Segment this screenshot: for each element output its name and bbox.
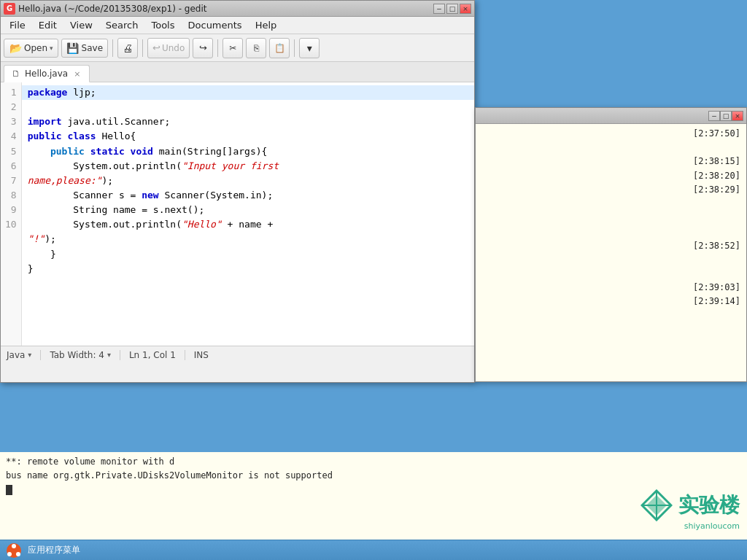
timestamp-1: [2:37:50] bbox=[481, 127, 740, 141]
tab-file-icon: 🗋 bbox=[12, 69, 20, 79]
titlebar: G Hello.java (~/Code/20135308/exp1) - ge… bbox=[1, 1, 474, 17]
tab-close-button[interactable]: × bbox=[72, 69, 82, 79]
watermark: 实验楼 shiyanloucom bbox=[640, 489, 740, 531]
menu-tools[interactable]: Tools bbox=[145, 18, 180, 32]
terminal-minimize[interactable]: − bbox=[708, 111, 720, 121]
toolbar-sep-1 bbox=[112, 39, 113, 57]
ubuntu-icon bbox=[6, 542, 22, 559]
terminal-text-1: **: remote volume monitor with d bbox=[6, 455, 741, 469]
statusbar: Java ▾ Tab Width: 4 ▾ Ln 1, Col 1 INS bbox=[1, 346, 474, 363]
save-icon: 💾 bbox=[66, 42, 80, 55]
toolbar: 📂 Open ▾ 💾 Save 🖨 ↩ Undo ↪ ✂ ⎘ 📋 ▾ bbox=[1, 34, 474, 62]
window-controls: − □ × bbox=[433, 4, 471, 14]
blank-3 bbox=[481, 211, 740, 225]
taskbar-label: 应用程序菜单 bbox=[28, 544, 80, 556]
window-title: Hello.java (~/Code/20135308/exp1) - gedi… bbox=[18, 4, 206, 14]
minimize-button[interactable]: − bbox=[433, 4, 445, 14]
timestamp-7: [2:39:14] bbox=[481, 295, 740, 308]
timestamp-4: [2:38:29] bbox=[481, 183, 740, 197]
language-dropdown[interactable]: ▾ bbox=[28, 351, 31, 359]
mode-section: INS bbox=[194, 350, 209, 360]
terminal-titlebar: − □ × bbox=[476, 108, 746, 124]
svg-point-1 bbox=[12, 544, 16, 548]
tabwidth-section: Tab Width: 4 ▾ bbox=[50, 350, 111, 360]
copy-button[interactable]: ⎘ bbox=[246, 38, 266, 58]
terminal-cursor bbox=[6, 483, 741, 497]
timestamp-2: [2:38:15] bbox=[481, 155, 740, 168]
terminal-body: [2:37:50] [2:38:15] [2:38:20] [2:38:29] … bbox=[476, 124, 746, 381]
terminal-text-2: bus name org.gtk.Private.UDisks2VolumeMo… bbox=[6, 469, 741, 483]
cut-button[interactable]: ✂ bbox=[222, 38, 243, 58]
shiyanloulogo-icon bbox=[640, 489, 673, 521]
menu-file[interactable]: File bbox=[4, 18, 31, 32]
print-button[interactable]: 🖨 bbox=[117, 38, 138, 58]
toolbar-sep-4 bbox=[294, 39, 295, 57]
gedit-window: G Hello.java (~/Code/20135308/exp1) - ge… bbox=[0, 0, 475, 383]
editor-area: 1 2 3 4 5 6 7 8 9 10 package ljp; import… bbox=[1, 82, 474, 346]
language-section: Java ▾ bbox=[7, 350, 31, 360]
blank-1 bbox=[481, 141, 740, 155]
menu-documents[interactable]: Documents bbox=[182, 18, 248, 32]
close-button[interactable]: × bbox=[460, 4, 471, 14]
open-button[interactable]: 📂 Open ▾ bbox=[4, 39, 58, 58]
position-label: Ln 1, Col 1 bbox=[129, 350, 176, 360]
desktop: G Hello.java (~/Code/20135308/exp1) - ge… bbox=[0, 0, 747, 560]
save-button[interactable]: 💾 Save bbox=[61, 39, 108, 58]
open-label: Open bbox=[24, 43, 47, 53]
redo-button[interactable]: ↪ bbox=[193, 38, 213, 58]
menu-help[interactable]: Help bbox=[249, 18, 283, 32]
terminal-maximize[interactable]: □ bbox=[720, 111, 732, 121]
timestamp-5: [2:38:52] bbox=[481, 239, 740, 253]
svg-point-2 bbox=[7, 552, 12, 556]
toolbar-sep-3 bbox=[217, 39, 218, 57]
save-label: Save bbox=[82, 43, 103, 53]
tabwidth-label: Tab Width: 4 bbox=[50, 350, 104, 360]
status-sep-1 bbox=[40, 350, 41, 360]
open-icon: 📂 bbox=[9, 42, 22, 55]
blank-6 bbox=[481, 267, 740, 281]
more-button[interactable]: ▾ bbox=[299, 38, 320, 58]
undo-icon: ↩ bbox=[152, 42, 160, 53]
gedit-app-icon: G bbox=[4, 3, 15, 15]
titlebar-left: G Hello.java (~/Code/20135308/exp1) - ge… bbox=[4, 3, 206, 15]
line-numbers: 1 2 3 4 5 6 7 8 9 10 bbox=[1, 82, 22, 346]
timestamp-6: [2:39:03] bbox=[481, 281, 740, 295]
taskbar: 应用程序菜单 bbox=[0, 540, 747, 560]
blank-4 bbox=[481, 225, 740, 238]
cursor-block bbox=[6, 485, 12, 495]
code-editor[interactable]: package ljp; import java.util.Scanner; p… bbox=[22, 82, 474, 346]
maximize-button[interactable]: □ bbox=[446, 4, 458, 14]
menu-view[interactable]: View bbox=[64, 18, 98, 32]
mode-label: INS bbox=[194, 350, 209, 360]
tabbar: 🗋 Hello.java × bbox=[1, 62, 474, 82]
open-dropdown-arrow: ▾ bbox=[50, 44, 53, 52]
paste-button[interactable]: 📋 bbox=[269, 38, 290, 58]
undo-button[interactable]: ↩ Undo bbox=[147, 38, 190, 58]
menu-search[interactable]: Search bbox=[100, 18, 144, 32]
bottom-terminal-body: **: remote volume monitor with d bus nam… bbox=[0, 452, 747, 500]
menu-edit[interactable]: Edit bbox=[33, 18, 63, 32]
bottom-terminal: **: remote volume monitor with d bus nam… bbox=[0, 452, 747, 540]
taskbar-app-icon[interactable] bbox=[6, 542, 22, 559]
tab-hello-java[interactable]: 🗋 Hello.java × bbox=[4, 65, 90, 82]
svg-point-3 bbox=[16, 552, 20, 556]
watermark-logo: 实验楼 bbox=[640, 489, 740, 521]
tab-label: Hello.java bbox=[25, 69, 68, 79]
toolbar-sep-2 bbox=[142, 39, 143, 57]
status-sep-2 bbox=[120, 350, 120, 360]
menubar: File Edit View Search Tools Documents He… bbox=[1, 17, 474, 34]
terminal-panel: − □ × [2:37:50] [2:38:15] [2:38:20] [2:3… bbox=[475, 107, 747, 382]
watermark-cn-text: 实验楼 bbox=[678, 491, 740, 519]
blank-5 bbox=[481, 253, 740, 267]
terminal-close[interactable]: × bbox=[732, 111, 743, 121]
blank-2 bbox=[481, 197, 740, 211]
position-section: Ln 1, Col 1 bbox=[129, 350, 176, 360]
watermark-en-text: shiyanloucom bbox=[684, 521, 740, 531]
language-label: Java bbox=[7, 350, 25, 360]
undo-label: Undo bbox=[162, 43, 185, 53]
tabwidth-dropdown[interactable]: ▾ bbox=[107, 351, 111, 359]
status-sep-3 bbox=[185, 350, 185, 360]
timestamp-3: [2:38:20] bbox=[481, 169, 740, 183]
